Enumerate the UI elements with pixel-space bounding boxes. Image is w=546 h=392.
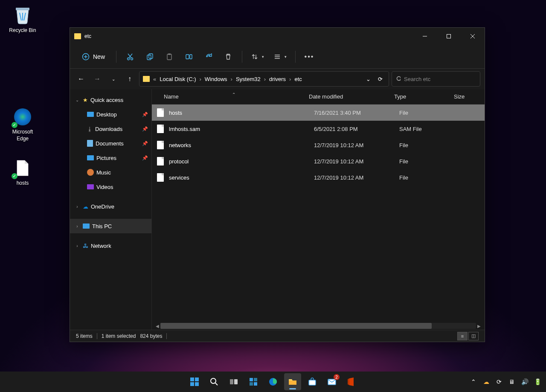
taskbar-widgets[interactable] — [245, 373, 262, 390]
back-button[interactable]: ← — [74, 72, 88, 86]
breadcrumb-segment[interactable]: Local Disk (C:) — [158, 76, 197, 82]
sidebar-item-desktop[interactable]: Desktop📌 — [70, 107, 151, 122]
sidebar-network[interactable]: ›🖧Network — [70, 238, 151, 253]
file-row[interactable]: hosts7/16/2021 3:40 PMFile — [152, 105, 485, 121]
desktop-icon-hosts[interactable]: hosts — [6, 158, 39, 187]
file-type: File — [399, 158, 459, 165]
breadcrumb-segment[interactable]: System32 — [234, 76, 262, 82]
file-name: protocol — [169, 158, 314, 165]
breadcrumb-segment[interactable]: etc — [293, 76, 303, 82]
taskbar: 2 ⌃ ☁ ⟳ 🖥 🔊 🔋 — [0, 372, 546, 392]
titlebar[interactable]: etc — [70, 28, 485, 45]
search-box[interactable] — [392, 71, 480, 87]
window-title: etc — [84, 33, 91, 39]
file-icon — [157, 173, 164, 182]
desktop-icon-label: hosts — [6, 180, 39, 187]
more-button[interactable]: ••• — [301, 49, 318, 64]
sidebar-item-pictures[interactable]: Pictures📌 — [70, 151, 151, 165]
column-date[interactable]: Date modified — [309, 93, 394, 100]
file-type: File — [399, 174, 459, 181]
store-icon — [308, 377, 317, 386]
taskbar-mail[interactable]: 2 — [323, 373, 340, 390]
icons-view-button[interactable]: ◫ — [468, 332, 479, 340]
chevron-right-icon: › — [198, 76, 202, 82]
horizontal-scrollbar[interactable]: ◀ ▶ — [152, 322, 485, 330]
column-type[interactable]: Type — [394, 93, 454, 100]
tray-onedrive-icon[interactable]: ☁ — [482, 377, 491, 386]
taskbar-office[interactable] — [343, 373, 360, 390]
taskview-icon — [229, 377, 238, 386]
file-icon — [157, 108, 164, 117]
breadcrumb-segment[interactable]: Windows — [203, 76, 229, 82]
svg-point-28 — [211, 378, 216, 383]
breadcrumb-segment[interactable]: drivers — [267, 76, 288, 82]
sidebar-this-pc[interactable]: ›This PC — [70, 219, 151, 233]
sidebar-item-music[interactable]: Music — [70, 165, 151, 180]
taskbar-search[interactable] — [206, 373, 223, 390]
desktop-icon-recycle-bin[interactable]: Recycle Bin — [6, 5, 39, 34]
svg-rect-24 — [190, 377, 194, 381]
pin-icon: 📌 — [142, 112, 148, 117]
sidebar-item-documents[interactable]: Documents📌 — [70, 136, 151, 151]
rename-button[interactable] — [180, 49, 197, 64]
minimize-button[interactable] — [413, 28, 437, 45]
file-row[interactable]: networks12/7/2019 10:12 AMFile — [152, 137, 485, 153]
forward-button[interactable]: → — [90, 72, 104, 86]
details-view-button[interactable]: ≡ — [457, 332, 468, 340]
up-button[interactable]: ↑ — [123, 72, 136, 86]
tray-battery-icon[interactable]: 🔋 — [533, 377, 542, 386]
sidebar-item-downloads[interactable]: ⭳Downloads📌 — [70, 122, 151, 136]
file-row[interactable]: protocol12/7/2019 10:12 AMFile — [152, 153, 485, 169]
column-size[interactable]: Size — [454, 93, 465, 100]
task-view-button[interactable] — [225, 373, 242, 390]
taskbar-store[interactable] — [304, 373, 321, 390]
start-button[interactable] — [186, 373, 203, 390]
refresh-button[interactable]: ⟳ — [375, 72, 385, 86]
svg-rect-34 — [250, 382, 253, 386]
new-button[interactable]: New — [76, 49, 111, 64]
file-explorer-window: etc New ▾ ▾ ••• ← → ⌄ ↑ « Local Dis — [70, 27, 485, 342]
taskbar-edge[interactable] — [264, 373, 282, 390]
delete-button[interactable] — [220, 49, 237, 64]
ellipsis-icon: ••• — [305, 53, 314, 61]
svg-rect-30 — [230, 379, 233, 384]
copy-button[interactable] — [141, 49, 158, 64]
tray-overflow-button[interactable]: ⌃ — [469, 377, 478, 386]
sort-icon — [251, 53, 258, 61]
svg-rect-32 — [250, 378, 253, 381]
share-button[interactable] — [200, 49, 217, 64]
chevron-down-icon: ▾ — [262, 55, 264, 59]
recent-locations-button[interactable]: ⌄ — [107, 72, 120, 86]
tray-volume-icon[interactable]: 🔊 — [520, 377, 529, 386]
file-name: services — [169, 174, 314, 181]
search-input[interactable] — [404, 76, 476, 82]
file-row[interactable]: lmhosts.sam6/5/2021 2:08 PMSAM File — [152, 121, 485, 137]
status-selection: 1 item selected — [102, 333, 136, 339]
tray-display-icon[interactable]: 🖥 — [508, 377, 516, 386]
sidebar-item-videos[interactable]: Videos — [70, 180, 151, 194]
folder-icon — [143, 76, 150, 82]
scroll-right-icon: ▶ — [476, 324, 482, 328]
address-dropdown-button[interactable]: ⌄ — [363, 72, 373, 86]
view-button[interactable]: ▾ — [270, 49, 290, 64]
taskbar-file-explorer[interactable] — [284, 373, 301, 390]
file-date: 12/7/2019 10:12 AM — [314, 142, 399, 148]
paste-button[interactable] — [161, 49, 178, 64]
maximize-button[interactable] — [437, 28, 461, 45]
file-date: 6/5/2021 2:08 PM — [314, 126, 399, 132]
column-name[interactable]: Name⌃ — [164, 93, 309, 100]
sidebar-onedrive[interactable]: ›☁OneDrive — [70, 199, 151, 214]
file-row[interactable]: services12/7/2019 10:12 AMFile — [152, 169, 485, 186]
desktop-icon-edge[interactable]: Microsoft Edge — [6, 107, 39, 142]
address-bar[interactable]: « Local Disk (C:)› Windows› System32› dr… — [139, 71, 389, 87]
close-button[interactable] — [461, 28, 485, 45]
copy-icon — [146, 53, 154, 61]
cut-button[interactable] — [122, 49, 139, 64]
sidebar: ⌄ ★ Quick access Desktop📌 ⭳Downloads📌 Do… — [70, 89, 152, 330]
sidebar-quick-access[interactable]: ⌄ ★ Quick access — [70, 93, 151, 107]
edge-icon — [268, 377, 278, 386]
chevron-right-icon: › — [74, 244, 80, 248]
tray-sync-icon[interactable]: ⟳ — [495, 377, 503, 386]
sort-button[interactable]: ▾ — [247, 49, 267, 64]
folder-icon — [74, 33, 81, 39]
